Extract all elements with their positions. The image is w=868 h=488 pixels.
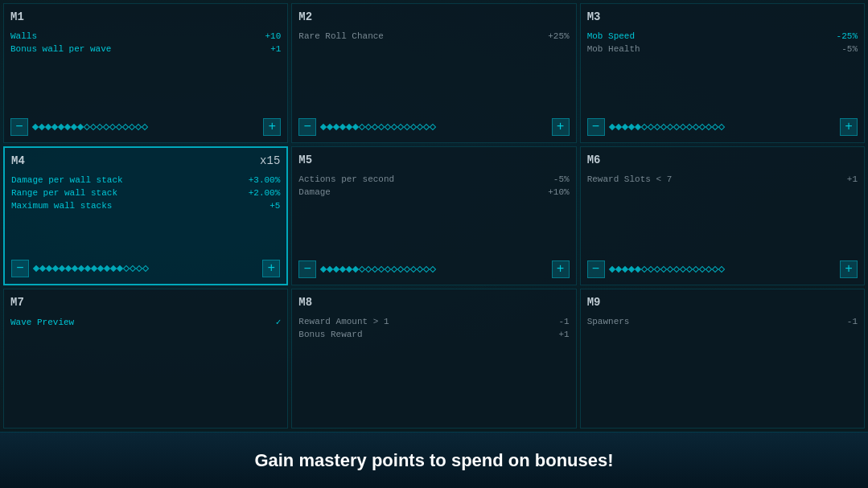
card-header-m3: M3 — [587, 10, 858, 23]
slider-dot-m6-11 — [679, 266, 685, 273]
row-value-m4-1: +2.00% — [249, 188, 281, 198]
row-label-m1-0: Walls — [10, 31, 37, 41]
slider-dot-m6-4 — [634, 266, 640, 273]
row-label-m7-0: Wave Preview — [10, 318, 74, 327]
card-row-m3-0: Mob Speed-25% — [587, 30, 858, 43]
card-row-m2-0: Rare Roll Chance+25% — [298, 30, 569, 43]
plus-btn-m5[interactable]: + — [552, 260, 570, 278]
slider-dot-m6-1 — [615, 266, 621, 273]
card-row-m8-0: Reward Amount > 1-1 — [298, 315, 569, 328]
row-value-m8-1: +1 — [558, 330, 569, 339]
slider-dot-m6-15 — [705, 266, 711, 273]
slider-dot-m4-4 — [59, 265, 65, 272]
row-value-m5-1: +10% — [548, 187, 569, 197]
slider-dot-m4-11 — [104, 265, 110, 272]
slider-row-m5: −+ — [298, 254, 569, 278]
slider-dot-m4-14 — [123, 265, 130, 272]
card-title-m4: M4 — [11, 154, 25, 167]
row-value-m4-2: +5 — [269, 201, 280, 211]
card-title-m1: M1 — [10, 10, 24, 23]
card-row-m9-0: Spawners-1 — [587, 315, 858, 328]
row-value-m1-0: +10 — [265, 31, 282, 41]
slider-row-m2: −+ — [298, 112, 569, 136]
card-m1: M1Walls+10Bonus wall per wave+1−+ — [3, 3, 288, 143]
card-row-m1-0: Walls+10 — [10, 30, 281, 43]
slider-dot-m4-12 — [110, 265, 117, 272]
minus-btn-m5[interactable]: − — [298, 260, 316, 278]
card-m8: M8Reward Amount > 1-1Bonus Reward+1 — [291, 289, 576, 429]
bottom-bar: Gain mastery points to spend on bonuses! — [0, 432, 868, 488]
slider-dot-m4-15 — [130, 265, 136, 272]
slider-dot-m3-17 — [718, 123, 724, 129]
slider-dot-m6-5 — [640, 266, 647, 273]
row-label-m8-1: Bonus Reward — [298, 330, 362, 339]
card-row-m4-1: Range per wall stack+2.00% — [11, 187, 280, 199]
slider-dot-m6-6 — [647, 266, 653, 273]
row-label-m6-0: Reward Slots < 7 — [587, 174, 673, 184]
row-value-m8-0: -1 — [558, 317, 569, 326]
card-m6: M6Reward Slots < 7+1−+ — [580, 146, 865, 286]
card-title-m3: M3 — [587, 10, 601, 23]
card-header-m8: M8 — [298, 296, 569, 309]
slider-dot-m5-17 — [430, 266, 436, 273]
card-title-m8: M8 — [298, 296, 312, 309]
slider-dot-m4-8 — [84, 265, 91, 272]
card-header-m9: M9 — [587, 296, 858, 309]
slider-dot-m6-16 — [711, 266, 718, 273]
minus-btn-m2[interactable]: − — [298, 118, 316, 136]
slider-dot-m6-10 — [673, 266, 679, 273]
card-m4: M4x15Damage per wall stack+3.00%Range pe… — [3, 146, 288, 286]
row-label-m4-0: Damage per wall stack — [11, 175, 123, 185]
plus-btn-m6[interactable]: + — [840, 260, 858, 278]
plus-btn-m1[interactable]: + — [263, 118, 281, 136]
row-value-m3-0: -25% — [837, 31, 858, 41]
slider-dot-m6-3 — [627, 266, 634, 273]
row-value-m6-0: +1 — [847, 174, 858, 184]
row-label-m1-1: Bonus wall per wave — [10, 44, 111, 54]
card-m2: M2Rare Roll Chance+25%−+ — [291, 3, 576, 143]
slider-track-m5 — [321, 268, 546, 271]
card-header-m1: M1 — [10, 10, 281, 23]
row-label-m3-1: Mob Health — [587, 44, 640, 54]
slider-dot-m6-14 — [698, 266, 705, 273]
minus-btn-m3[interactable]: − — [587, 118, 605, 136]
slider-dot-m6-8 — [660, 266, 666, 273]
row-label-m4-1: Range per wall stack — [11, 188, 117, 198]
slider-row-m4: −+ — [11, 253, 280, 277]
card-m7: M7Wave Preview✓ — [3, 289, 288, 429]
plus-btn-m2[interactable]: + — [552, 118, 570, 136]
slider-dot-m6-17 — [718, 266, 724, 273]
row-value-m4-0: +3.00% — [249, 175, 281, 185]
slider-dot-m6-7 — [653, 266, 660, 273]
card-m9: M9Spawners-1 — [580, 289, 865, 429]
card-row-m3-1: Mob Health-5% — [587, 43, 858, 55]
card-row-m4-0: Damage per wall stack+3.00% — [11, 174, 280, 187]
card-header-m6: M6 — [587, 154, 858, 166]
card-row-m7-0: Wave Preview✓ — [10, 315, 281, 329]
minus-btn-m4[interactable]: − — [11, 260, 29, 277]
minus-btn-m6[interactable]: − — [587, 260, 605, 278]
slider-track-m4 — [34, 267, 257, 270]
card-title-m5: M5 — [298, 154, 312, 166]
slider-dot-m6-12 — [685, 266, 692, 273]
card-row-m5-1: Damage+10% — [298, 186, 569, 199]
minus-btn-m1[interactable]: − — [10, 118, 28, 136]
card-multiplier-m4: x15 — [260, 154, 280, 167]
card-header-m4: M4x15 — [11, 154, 280, 167]
row-value-m1-1: +1 — [270, 44, 281, 54]
slider-dot-m4-1 — [39, 265, 46, 272]
slider-dot-m4-13 — [117, 265, 123, 272]
card-header-m2: M2 — [298, 10, 569, 23]
slider-dot-m4-9 — [91, 265, 97, 272]
card-row-m1-1: Bonus wall per wave+1 — [10, 43, 281, 55]
plus-btn-m4[interactable]: + — [262, 260, 280, 277]
row-value-m2-0: +25% — [548, 31, 569, 41]
slider-dot-m6-13 — [692, 266, 698, 273]
card-m3: M3Mob Speed-25%Mob Health-5%−+ — [580, 3, 865, 143]
row-value-m5-0: -5% — [553, 174, 570, 184]
slider-dot-m6-2 — [621, 266, 627, 273]
slider-dot-m4-0 — [33, 265, 39, 272]
plus-btn-m3[interactable]: + — [840, 118, 858, 136]
slider-dot-m4-3 — [52, 265, 59, 272]
row-label-m4-2: Maximum wall stacks — [11, 201, 112, 211]
